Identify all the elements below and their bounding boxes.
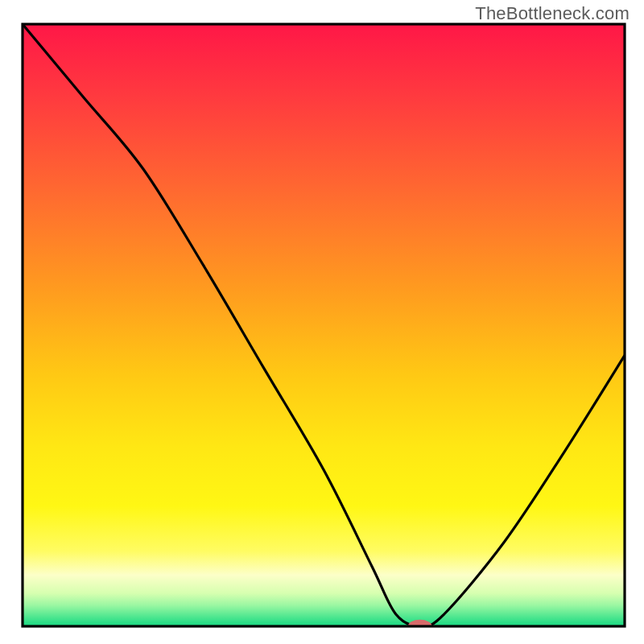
gradient-background (23, 24, 625, 626)
bottleneck-chart (0, 0, 644, 644)
